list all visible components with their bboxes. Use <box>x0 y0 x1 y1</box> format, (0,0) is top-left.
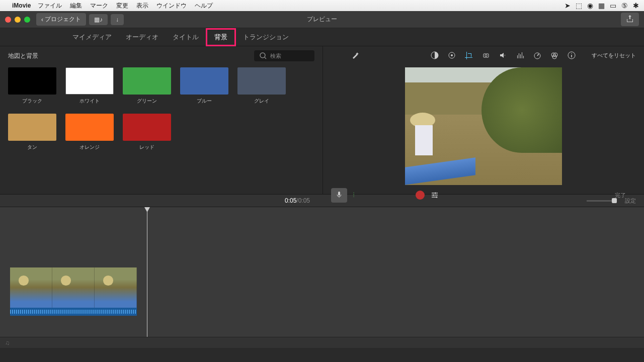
zoom-button[interactable] <box>24 17 30 23</box>
share-icon <box>626 15 634 23</box>
swatch-グレイ[interactable]: グレイ <box>237 67 286 105</box>
zoom-slider[interactable] <box>587 200 617 202</box>
current-time: 0:05 <box>285 197 296 204</box>
svg-point-0 <box>260 53 265 58</box>
status-icon[interactable]: ◉ <box>587 2 593 10</box>
swatch-グリーン[interactable]: グリーン <box>123 67 171 105</box>
swatch-label: ホワイト <box>65 98 114 105</box>
menu-file[interactable]: ファイル <box>38 2 62 10</box>
timeline[interactable]: ♫ <box>0 207 644 348</box>
magic-wand-icon[interactable] <box>351 51 359 59</box>
playhead[interactable] <box>147 207 147 348</box>
swatch-label: タン <box>8 144 56 151</box>
swatch-label: ブルー <box>180 98 228 105</box>
search-placeholder: 検索 <box>270 52 281 60</box>
menu-mark[interactable]: マーク <box>90 2 108 10</box>
swatch-label: オレンジ <box>65 144 114 151</box>
menu-edit[interactable]: 編集 <box>70 2 82 10</box>
swatch-label: ブラック <box>8 98 56 105</box>
app-name[interactable]: iMovie <box>12 2 31 9</box>
svg-point-12 <box>435 193 437 194</box>
color-correction-icon[interactable] <box>448 51 456 59</box>
evernote-icon[interactable]: ✱ <box>633 2 639 10</box>
browser-title: 地図と背景 <box>8 52 38 60</box>
swatch-ホワイト[interactable]: ホワイト <box>65 67 114 105</box>
swatch-オレンジ[interactable]: オレンジ <box>65 114 114 151</box>
status-icon[interactable]: ▦ <box>598 2 605 10</box>
video-clip[interactable] <box>10 267 137 316</box>
viewer-toolbar: すべてをリセット <box>323 46 644 64</box>
window-titlebar: ‹ プロジェクト ▦♪ ↓ プレビュー <box>0 11 644 28</box>
close-button[interactable] <box>5 17 11 23</box>
tab-my-media[interactable]: マイメディア <box>65 30 119 45</box>
filter-icon[interactable] <box>550 51 558 59</box>
music-track[interactable]: ♫ <box>0 337 644 348</box>
swatch-label: グレイ <box>237 98 286 105</box>
audio-track[interactable] <box>10 308 137 316</box>
record-button[interactable] <box>416 191 425 200</box>
back-label: プロジェクト <box>45 15 81 24</box>
dropbox-icon[interactable]: ⬚ <box>576 2 582 10</box>
volume-icon[interactable] <box>499 51 507 59</box>
settings-icon[interactable] <box>431 191 439 199</box>
menu-window[interactable]: ウインドウ <box>156 2 187 10</box>
crop-icon[interactable] <box>465 51 473 59</box>
reset-all-button[interactable]: すべてをリセット <box>592 52 636 59</box>
swatch-grid: ブラックホワイトグリーンブルーグレイタンオレンジレッド <box>8 67 314 151</box>
tab-audio[interactable]: オーディオ <box>119 30 166 45</box>
svg-point-3 <box>451 54 453 56</box>
color-balance-icon[interactable] <box>431 51 439 59</box>
menubar-extra-icon[interactable]: ➤ <box>565 2 571 10</box>
speed-icon[interactable] <box>533 51 541 59</box>
tab-transitions[interactable]: トランジション <box>236 30 296 45</box>
traffic-lights <box>5 17 30 23</box>
svg-rect-11 <box>338 192 340 196</box>
share-button[interactable] <box>621 13 639 26</box>
equalizer-icon[interactable] <box>516 51 524 59</box>
view-options-button[interactable]: ▦♪ <box>89 14 108 25</box>
swatch-label: レッド <box>123 144 171 151</box>
media-browser: 地図と背景 検索 ブラックホワイトグリーンブルーグレイタンオレンジレッド <box>0 46 323 194</box>
swatch-レッド[interactable]: レッド <box>123 114 171 151</box>
menu-view[interactable]: 表示 <box>136 2 148 10</box>
search-input[interactable]: 検索 <box>254 50 314 61</box>
swatch-タン[interactable]: タン <box>8 114 56 151</box>
status-icon[interactable]: ⑤ <box>621 2 628 10</box>
menu-help[interactable]: ヘルプ <box>195 2 213 10</box>
menu-modify[interactable]: 変更 <box>116 2 128 10</box>
viewer-panel: すべてをリセット ⦙ 完了 <box>323 46 644 194</box>
status-icon[interactable]: ▭ <box>610 2 616 10</box>
minimize-button[interactable] <box>15 17 21 23</box>
microphone-button[interactable] <box>331 188 347 203</box>
svg-point-5 <box>485 55 487 57</box>
svg-point-13 <box>433 195 435 196</box>
svg-point-14 <box>436 197 438 198</box>
macos-menubar: iMovie ファイル 編集 マーク 変更 表示 ウインドウ ヘルプ ➤ ⬚ ◉… <box>0 0 644 11</box>
tab-backgrounds[interactable]: 背景 <box>206 28 236 46</box>
search-icon <box>259 52 267 60</box>
import-button[interactable]: ↓ <box>111 14 124 25</box>
info-icon[interactable] <box>568 51 576 59</box>
total-time: 0:05 <box>298 197 310 204</box>
done-button[interactable]: 完了 <box>615 192 626 199</box>
video-preview[interactable] <box>405 67 562 185</box>
chevron-left-icon: ‹ <box>41 16 43 23</box>
swatch-ブラック[interactable]: ブラック <box>8 67 56 105</box>
swatch-label: グリーン <box>123 98 171 105</box>
swatch-ブルー[interactable]: ブルー <box>180 67 228 105</box>
window-title: プレビュー <box>307 15 337 24</box>
library-tabs: マイメディア オーディオ タイトル 背景 トランジション <box>0 28 644 46</box>
stabilization-icon[interactable] <box>482 51 490 59</box>
back-to-projects-button[interactable]: ‹ プロジェクト <box>36 13 86 26</box>
level-meter-icon: ⦙ <box>353 192 354 199</box>
tab-titles[interactable]: タイトル <box>166 30 206 45</box>
